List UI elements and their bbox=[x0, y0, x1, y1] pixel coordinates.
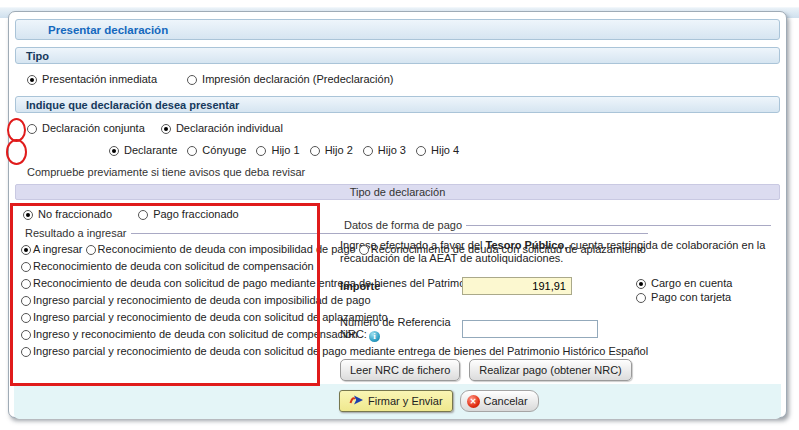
tipo-radio-group: Presentación inmediata Impresión declara… bbox=[27, 73, 781, 85]
radio-icon bbox=[416, 146, 426, 156]
radio-declaracion-conjunta[interactable]: Declaración conjunta bbox=[27, 122, 145, 134]
fraccionado-radio-group: No fraccionado Pago fraccionado bbox=[23, 208, 317, 220]
realizar-pago-button[interactable]: Realizar pago (obtener NRC) bbox=[469, 359, 631, 381]
forma-pago-fieldset: Datos de forma de pago Ingreso efectuado… bbox=[340, 219, 771, 381]
radio-icon bbox=[23, 210, 33, 220]
panel-title: Presentar declaración bbox=[15, 19, 780, 40]
radio-icon bbox=[109, 146, 119, 156]
radio-declaracion-individual[interactable]: Declaración individual bbox=[161, 122, 283, 134]
radio-label: Cargo en cuenta bbox=[651, 277, 732, 289]
radio-pago-fraccionado[interactable]: Pago fraccionado bbox=[138, 208, 239, 220]
radio-label: Pago fraccionado bbox=[153, 208, 239, 220]
radio-icon bbox=[256, 146, 266, 156]
radio-no-fraccionado[interactable]: No fraccionado bbox=[23, 208, 112, 220]
radio-icon bbox=[27, 75, 37, 85]
radio-icon bbox=[636, 293, 646, 303]
radio-icon bbox=[27, 124, 37, 134]
radio-ingreso-parcial-imposibilidad-pago[interactable]: Ingreso parcial y reconocimiento de deud… bbox=[21, 295, 371, 306]
radio-label: Reconocimiento de deuda con imposibilida… bbox=[98, 243, 356, 255]
presentar-declaracion-panel: Presentar declaración Tipo Presentación … bbox=[8, 11, 787, 418]
radio-label: Declaración individual bbox=[176, 122, 283, 134]
radio-label: No fraccionado bbox=[38, 208, 112, 220]
radio-presentacion-inmediata[interactable]: Presentación inmediata bbox=[27, 73, 157, 85]
forma-pago-legend: Datos de forma de pago bbox=[340, 219, 466, 231]
info-icon[interactable]: i bbox=[369, 331, 380, 342]
nrc-label: Número de Referencia NRC:i bbox=[340, 316, 462, 342]
radio-reconocimiento-compensacion[interactable]: Reconocimiento de deuda con solicitud de… bbox=[21, 261, 314, 272]
resultado-column: No fraccionado Pago fraccionado Resultad… bbox=[14, 200, 323, 381]
radio-icon bbox=[359, 245, 369, 255]
radio-icon bbox=[21, 347, 31, 357]
declaration-columns: No fraccionado Pago fraccionado Resultad… bbox=[14, 200, 781, 381]
section-tipo-header: Tipo bbox=[15, 47, 780, 64]
radio-declarante[interactable]: Declarante bbox=[109, 144, 177, 156]
sign-send-icon bbox=[349, 394, 364, 408]
section-tipo-declaracion-header: Tipo de declaración bbox=[15, 184, 780, 200]
leer-nrc-button[interactable]: Leer NRC de fichero bbox=[340, 359, 460, 381]
radio-ingreso-compensacion[interactable]: Ingreso y reconocimiento de deuda con so… bbox=[21, 329, 358, 340]
radio-icon bbox=[86, 245, 96, 255]
resultado-legend: Resultado a ingresar bbox=[21, 227, 131, 239]
radio-pago-con-tarjeta[interactable]: Pago con tarjeta bbox=[636, 291, 732, 303]
radio-label: Declarante bbox=[124, 144, 177, 156]
radio-icon bbox=[21, 330, 31, 340]
radio-icon bbox=[187, 146, 197, 156]
importe-label: Importe bbox=[340, 277, 462, 303]
footer-bar: Firmar y Enviar ✕ Cancelar bbox=[14, 384, 781, 419]
radio-icon bbox=[363, 146, 373, 156]
radio-label: Impresión declaración (Predeclaración) bbox=[202, 73, 393, 85]
forma-pago-column: Datos de forma de pago Ingreso efectuado… bbox=[323, 200, 781, 381]
radio-label: Pago con tarjeta bbox=[651, 291, 731, 303]
nrc-button-row: Leer NRC de fichero Realizar pago (obten… bbox=[340, 359, 771, 381]
radio-hijo-4[interactable]: Hijo 4 bbox=[416, 144, 459, 156]
radio-label: A ingresar bbox=[33, 243, 83, 255]
radio-conyuge[interactable]: Cónyuge bbox=[187, 144, 246, 156]
radio-icon bbox=[21, 262, 31, 272]
radio-reconocimiento-imposibilidad-pago[interactable]: Reconocimiento de deuda con imposibilida… bbox=[86, 244, 356, 255]
firmar-enviar-button[interactable]: Firmar y Enviar bbox=[339, 390, 453, 412]
radio-label: Declaración conjunta bbox=[42, 122, 145, 134]
footer-spacer bbox=[20, 390, 332, 412]
avisos-notice: Compruebe previamente si tiene avisos qu… bbox=[27, 166, 781, 178]
member-radio-group: Declarante Cónyuge Hijo 1 Hijo 2 Hijo 3 … bbox=[109, 144, 781, 156]
radio-cargo-en-cuenta[interactable]: Cargo en cuenta bbox=[636, 277, 732, 289]
radio-label: Hijo 1 bbox=[271, 144, 299, 156]
radio-label: Hijo 2 bbox=[325, 144, 353, 156]
radio-label: Ingreso parcial y reconocimiento de deud… bbox=[33, 294, 371, 306]
importe-row: Importe Cargo en cuenta Pago con tarjeta bbox=[340, 277, 771, 303]
tesoro-publico-text: Tesoro Público, bbox=[486, 239, 568, 251]
cancel-x-icon: ✕ bbox=[467, 395, 480, 408]
radio-icon bbox=[187, 75, 197, 85]
radio-icon bbox=[138, 210, 148, 220]
radio-label: Hijo 3 bbox=[378, 144, 406, 156]
radio-hijo-1[interactable]: Hijo 1 bbox=[256, 144, 299, 156]
radio-label: Ingreso y reconocimiento de deuda con so… bbox=[33, 328, 358, 340]
section-indique-header: Indique que declaración desea presentar bbox=[15, 96, 780, 113]
radio-icon bbox=[21, 279, 31, 289]
payment-radio-group: Cargo en cuenta Pago con tarjeta bbox=[636, 277, 732, 303]
radio-hijo-2[interactable]: Hijo 2 bbox=[310, 144, 353, 156]
radio-label: Cónyuge bbox=[202, 144, 246, 156]
radio-icon bbox=[21, 245, 31, 255]
radio-impresion-declaracion[interactable]: Impresión declaración (Predeclaración) bbox=[187, 73, 393, 85]
radio-a-ingresar[interactable]: A ingresar bbox=[21, 244, 83, 255]
radio-label: Presentación inmediata bbox=[42, 73, 157, 85]
radio-label: Hijo 4 bbox=[431, 144, 459, 156]
radio-icon bbox=[636, 279, 646, 289]
nrc-row: Número de Referencia NRC:i bbox=[340, 316, 771, 342]
importe-input[interactable] bbox=[462, 277, 572, 295]
radio-icon bbox=[161, 124, 171, 134]
radio-label: Reconocimiento de deuda con solicitud de… bbox=[33, 260, 314, 272]
nrc-input[interactable] bbox=[462, 320, 598, 338]
radio-hijo-3[interactable]: Hijo 3 bbox=[363, 144, 406, 156]
cancelar-button[interactable]: ✕ Cancelar bbox=[460, 390, 539, 412]
radio-icon bbox=[310, 146, 320, 156]
ingreso-text: Ingreso efectuado a favor del Tesoro Púb… bbox=[340, 239, 771, 265]
radio-icon bbox=[21, 313, 31, 323]
radio-icon bbox=[21, 296, 31, 306]
